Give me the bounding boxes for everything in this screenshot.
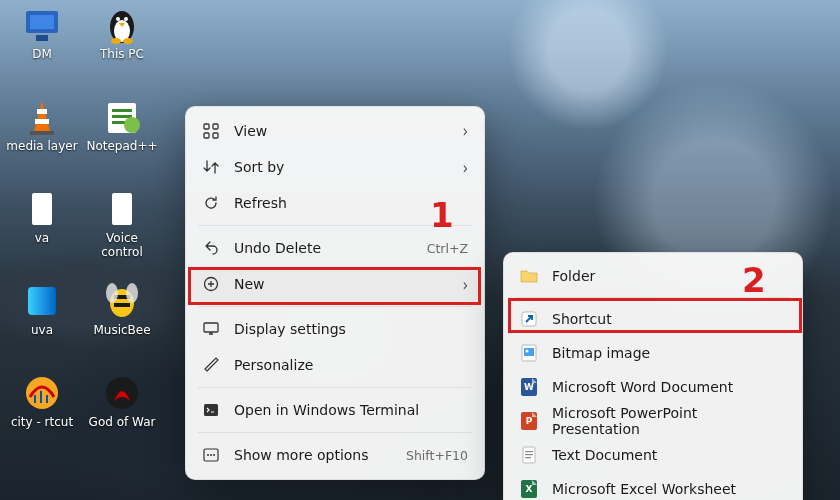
svg-point-6 (124, 17, 128, 21)
svg-rect-31 (213, 124, 218, 129)
chevron-right-icon: › (462, 274, 468, 295)
submenu-item-powerpoint[interactable]: P Microsoft PowerPoint Presentation (510, 404, 796, 438)
svg-rect-14 (112, 115, 132, 118)
svg-rect-19 (28, 287, 56, 315)
svg-rect-13 (112, 109, 132, 112)
desktop-icon-label: This PC (100, 48, 144, 62)
brush-icon (202, 356, 220, 374)
submenu-item-bitmap[interactable]: Bitmap image (510, 336, 796, 370)
svg-rect-47 (525, 454, 533, 455)
menu-item-label: Sort by (234, 159, 452, 175)
submenu-item-label: Microsoft Word Document (552, 379, 733, 395)
sort-icon (202, 158, 220, 176)
terminal-icon (202, 401, 220, 419)
menu-item-sort-by[interactable]: Sort by › (192, 149, 478, 185)
desktop-icon-uva[interactable]: uva (4, 278, 80, 364)
submenu-item-word[interactable]: W Microsoft Word Document (510, 370, 796, 404)
svg-rect-28 (46, 395, 48, 403)
svg-rect-11 (30, 131, 54, 135)
display-icon (202, 320, 220, 338)
submenu-item-label: Folder (552, 268, 595, 284)
musicbee-icon (101, 280, 143, 322)
menu-item-undo-delete[interactable]: Undo Delete Ctrl+Z (192, 230, 478, 266)
game-icon (101, 372, 143, 414)
new-submenu: Folder Shortcut Bitmap image W Microsoft… (503, 252, 803, 500)
submenu-item-label: Bitmap image (552, 345, 650, 361)
desktop-icon-label: uva (31, 324, 53, 338)
svg-rect-17 (32, 193, 52, 225)
desktop-icon-voice-control[interactable]: Voice control (84, 186, 160, 272)
svg-rect-15 (112, 121, 126, 124)
file-icon (21, 188, 63, 230)
svg-rect-1 (30, 15, 54, 29)
menu-item-personalize[interactable]: Personalize (192, 347, 478, 383)
desktop-icon-god-of-war[interactable]: God of War (84, 370, 160, 456)
desktop-icon-label: DM (32, 48, 52, 62)
submenu-item-label: Microsoft PowerPoint Presentation (552, 405, 786, 437)
app-icon (21, 280, 63, 322)
desktop-icon-musicbee[interactable]: MusicBee (84, 278, 160, 364)
desktop-icon-label: city - rtcut (11, 416, 73, 430)
submenu-item-folder[interactable]: Folder (510, 259, 796, 293)
menu-item-label: Display settings (234, 321, 468, 337)
menu-separator (198, 432, 472, 433)
menu-item-label: Show more options (234, 447, 396, 463)
menu-item-label: New (234, 276, 452, 292)
menu-item-label: View (234, 123, 452, 139)
desktop-icon-label: Notepad++ (86, 140, 157, 154)
powerpoint-icon: P (520, 412, 538, 430)
svg-rect-18 (112, 193, 132, 225)
svg-rect-36 (204, 404, 218, 416)
folder-icon (520, 267, 538, 285)
desktop-icon-va[interactable]: va (4, 186, 80, 272)
refresh-icon (202, 194, 220, 212)
svg-point-38 (207, 454, 209, 456)
plus-circle-icon (202, 275, 220, 293)
desktop-icon-media[interactable]: media layer (4, 94, 80, 180)
desktop-icon-dm[interactable]: DM (4, 2, 80, 88)
menu-separator (198, 225, 472, 226)
submenu-item-label: Text Document (552, 447, 657, 463)
menu-item-accelerator: Ctrl+Z (427, 241, 468, 256)
audacity-icon (21, 372, 63, 414)
desktop-icon-notepadpp[interactable]: Notepad++ (84, 94, 160, 180)
submenu-item-shortcut[interactable]: Shortcut (510, 302, 796, 336)
submenu-item-text[interactable]: Text Document (510, 438, 796, 472)
svg-rect-22 (114, 303, 130, 307)
desktop-icon-label: God of War (89, 416, 156, 430)
chevron-right-icon: › (462, 121, 468, 142)
svg-rect-32 (204, 133, 209, 138)
submenu-item-excel[interactable]: X Microsoft Excel Worksheet (510, 472, 796, 500)
menu-item-new[interactable]: New › (192, 266, 478, 302)
svg-point-24 (126, 283, 138, 303)
svg-rect-33 (213, 133, 218, 138)
desktop-icon-label: Voice control (86, 232, 158, 260)
svg-rect-43 (524, 348, 534, 356)
desktop-icon-city[interactable]: city - rtcut (4, 370, 80, 456)
grid-icon (202, 122, 220, 140)
desktop-icon-this-pc[interactable]: This PC (84, 2, 160, 88)
submenu-item-label: Shortcut (552, 311, 612, 327)
desktop-context-menu: View › Sort by › Refresh Undo Delete Ctr… (185, 106, 485, 480)
svg-point-7 (111, 38, 121, 44)
desktop-icons-grid: DM This PC media layer Notepad++ va Voic… (4, 2, 160, 456)
menu-separator (198, 387, 472, 388)
svg-rect-35 (204, 323, 218, 332)
undo-icon (202, 239, 220, 257)
desktop-icon-label: MusicBee (93, 324, 150, 338)
excel-icon: X (520, 480, 538, 498)
menu-separator (198, 306, 472, 307)
menu-item-label: Open in Windows Terminal (234, 402, 468, 418)
svg-rect-27 (40, 391, 42, 403)
more-options-icon (202, 446, 220, 464)
svg-point-5 (116, 17, 120, 21)
menu-item-open-terminal[interactable]: Open in Windows Terminal (192, 392, 478, 428)
text-file-icon (520, 446, 538, 464)
svg-rect-10 (35, 119, 49, 124)
svg-rect-46 (525, 451, 533, 452)
svg-point-8 (123, 38, 133, 44)
menu-item-view[interactable]: View › (192, 113, 478, 149)
menu-item-refresh[interactable]: Refresh (192, 185, 478, 221)
menu-item-show-more[interactable]: Show more options Shift+F10 (192, 437, 478, 473)
menu-item-display-settings[interactable]: Display settings (192, 311, 478, 347)
